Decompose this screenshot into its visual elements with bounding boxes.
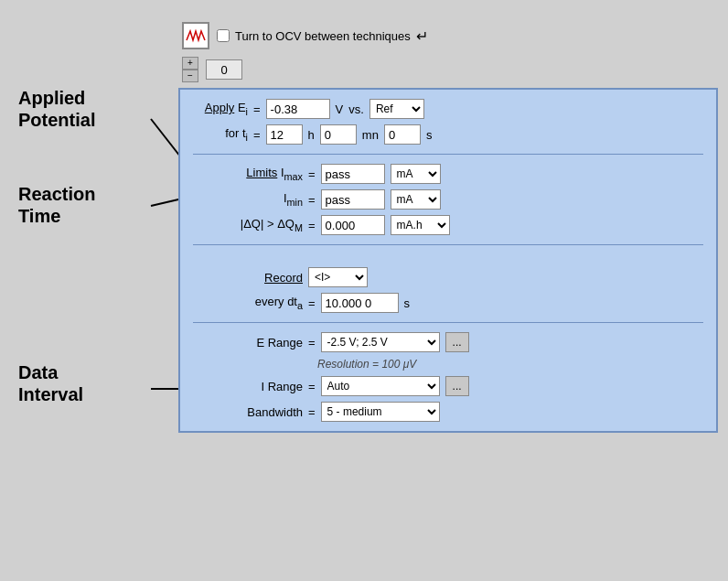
- ocv-label: Turn to OCV between techniques: [235, 29, 411, 43]
- imin-label: Imin: [284, 191, 303, 205]
- dta-var: dta: [287, 295, 303, 308]
- ocv-checkbox-row: Turn to OCV between techniques ↵: [217, 27, 428, 45]
- vs-label: vs.: [348, 102, 364, 116]
- imax-unit-select[interactable]: mA: [391, 164, 441, 184]
- bandwidth-row: Bandwidth = 5 - medium: [193, 402, 703, 422]
- spacer-1: [193, 254, 703, 262]
- resolution-label: Resolution = 100 μV: [317, 358, 416, 371]
- dta-row: every dta = s: [193, 293, 703, 313]
- imax-row: Limits Imax = mA: [193, 164, 703, 184]
- dta-equals: =: [308, 296, 316, 310]
- dq-label: |ΔQ| > ΔQM: [241, 217, 303, 231]
- divider-3: [193, 322, 703, 323]
- imax-equals: =: [308, 167, 316, 181]
- for-label: for: [225, 126, 239, 140]
- dta-sub: a: [297, 300, 303, 311]
- dq-equals: =: [308, 219, 316, 232]
- h-input[interactable]: [266, 124, 303, 145]
- imax-label: Imax: [281, 166, 303, 179]
- erange-equals: =: [308, 336, 316, 350]
- right-panel: Turn to OCV between techniques ↵ + − 0 A…: [178, 18, 718, 433]
- dta-input[interactable]: [321, 293, 399, 313]
- divider-2: [193, 244, 703, 245]
- stepper-value: 0: [206, 59, 242, 80]
- imin-input[interactable]: [321, 189, 385, 210]
- apply-sub: i: [246, 106, 248, 117]
- irange-equals: =: [308, 380, 316, 393]
- erange-dots-button[interactable]: ...: [445, 332, 469, 352]
- every-label: every: [255, 295, 284, 308]
- bandwidth-select[interactable]: 5 - medium: [321, 402, 440, 422]
- mn-input[interactable]: [320, 124, 357, 145]
- applied-potential-label: Applied Potential: [18, 87, 95, 131]
- imin-equals: =: [308, 193, 316, 207]
- waveform-icon[interactable]: [182, 22, 209, 49]
- dq-sub: M: [294, 222, 303, 233]
- dq-row: |ΔQ| > ΔQM = mA.h: [193, 215, 703, 235]
- irange-select[interactable]: Auto: [321, 376, 440, 396]
- irange-row: I Range = Auto ...: [193, 376, 703, 396]
- record-select[interactable]: <I>: [308, 267, 368, 287]
- v-unit: V: [336, 102, 344, 116]
- s-input[interactable]: [384, 124, 421, 145]
- for-equals: =: [253, 128, 261, 142]
- irange-label: I Range: [261, 380, 303, 393]
- stepper[interactable]: + −: [182, 57, 198, 82]
- resolution-row: Resolution = 100 μV: [193, 358, 703, 371]
- decrement-button[interactable]: −: [182, 70, 198, 82]
- s-unit: s: [426, 128, 433, 142]
- erange-row: E Range = -2.5 V; 2.5 V ...: [193, 332, 703, 352]
- imin-unit-select[interactable]: mA: [391, 189, 441, 210]
- irange-dots-button[interactable]: ...: [445, 376, 469, 396]
- data-interval-label: Data Interval: [18, 361, 83, 405]
- erange-select[interactable]: -2.5 V; 2.5 V: [321, 332, 440, 352]
- increment-button[interactable]: +: [182, 57, 198, 70]
- h-unit: h: [308, 128, 315, 142]
- page-wrapper: Applied Potential Reaction Time Data Int…: [9, 9, 719, 581]
- imin-row: Imin = mA: [193, 189, 703, 210]
- apply-label: Apply: [205, 101, 235, 114]
- apply-equals: =: [253, 102, 261, 116]
- apply-var: Ei: [238, 101, 248, 114]
- for-row: for ti = h mn s: [193, 124, 703, 145]
- erange-label: E Range: [256, 336, 303, 350]
- ref-select[interactable]: Ref: [369, 99, 424, 119]
- divider-1: [193, 154, 703, 155]
- ocv-checkbox[interactable]: [217, 29, 230, 42]
- imin-sub: min: [287, 197, 303, 208]
- imax-sub: max: [284, 171, 303, 182]
- ei-input[interactable]: [266, 99, 330, 119]
- dq-input[interactable]: [321, 215, 385, 235]
- ti-sub: i: [246, 132, 248, 143]
- record-label: Record: [264, 271, 303, 285]
- top-bar: Turn to OCV between techniques ↵: [178, 18, 718, 53]
- bandwidth-equals: =: [308, 405, 316, 419]
- bandwidth-label: Bandwidth: [247, 405, 303, 419]
- dq-unit-select[interactable]: mA.h: [391, 215, 450, 235]
- imax-input[interactable]: [321, 164, 385, 184]
- dta-unit: s: [404, 296, 411, 310]
- apply-row: Apply Ei = V vs. Ref: [193, 99, 703, 119]
- ti-var: ti: [242, 126, 248, 140]
- mn-unit: mn: [362, 128, 379, 142]
- record-row: Record <I>: [193, 267, 703, 287]
- main-panel: Apply Ei = V vs. Ref for ti = h: [178, 88, 718, 433]
- reaction-time-label: Reaction Time: [18, 183, 95, 227]
- signal-icon: ↵: [416, 27, 428, 45]
- limits-label: Limits: [246, 166, 277, 179]
